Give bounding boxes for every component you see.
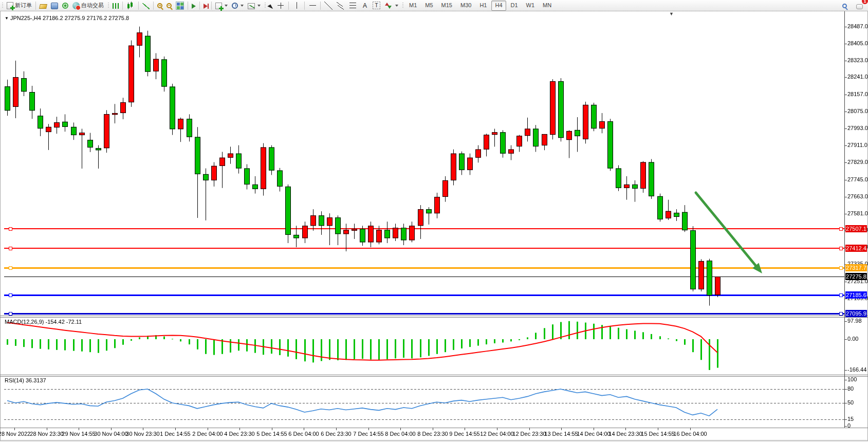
candlestick-chart-icon [126, 2, 135, 10]
fibonacci-icon [349, 2, 357, 10]
periods-button[interactable] [230, 1, 246, 11]
timeframe-m30[interactable]: M30 [457, 1, 475, 11]
toolbar-separator [199, 2, 200, 10]
toolbar-separator [122, 2, 123, 10]
auto-scroll-button[interactable] [190, 1, 198, 11]
toolbar-separator [188, 2, 188, 10]
indicators-button[interactable] [213, 1, 230, 11]
text-tool-button[interactable]: A [359, 1, 371, 11]
chart-shift-icon [204, 4, 208, 9]
cursor-icon [267, 3, 274, 9]
text-icon: A [361, 2, 368, 10]
chart-shift-button[interactable] [201, 1, 210, 11]
toolbar-separator [35, 2, 36, 10]
line-chart-button[interactable] [140, 1, 152, 11]
bar-chart-button[interactable] [110, 1, 121, 11]
toolbar-separator [153, 2, 154, 10]
text-label-icon: T [373, 2, 380, 9]
candlestick-chart-button[interactable] [124, 1, 137, 11]
auto-trading-icon [72, 2, 80, 9]
horizontal-line-icon [308, 2, 317, 10]
chevron-down-icon [241, 5, 244, 7]
toolbar-separator [288, 2, 289, 10]
timeframe-w1[interactable]: W1 [523, 1, 539, 11]
new-order-label: 新订单 [15, 2, 32, 9]
text-label-button[interactable]: T [371, 1, 382, 11]
indicators-icon [215, 3, 222, 9]
equidistant-channel-button[interactable] [335, 1, 347, 11]
chevron-down-icon [257, 5, 261, 7]
vertical-line-icon [292, 2, 301, 10]
toolbar-grip[interactable] [1, 2, 4, 9]
gold-button[interactable] [38, 1, 49, 11]
toolbar-separator [320, 2, 321, 10]
bar-chart-icon [113, 3, 119, 9]
signal-icon [62, 3, 68, 9]
notification-badge: 1 [862, 0, 868, 4]
zoom-in-button[interactable] [155, 1, 164, 11]
templates-icon [248, 3, 255, 9]
terminal-icon [51, 3, 58, 9]
fibonacci-button[interactable] [347, 1, 359, 11]
clock-icon [232, 3, 238, 9]
new-order-button[interactable]: 新订单 [5, 1, 34, 11]
chart-canvas[interactable] [0, 0, 868, 442]
timeframe-d1[interactable]: D1 [507, 1, 522, 11]
timeframe-m1[interactable]: M1 [405, 1, 420, 11]
toolbar-separator [211, 2, 212, 10]
timeframe-m15[interactable]: M15 [438, 1, 456, 11]
search-icon [842, 4, 847, 8]
zoom-out-icon [167, 3, 172, 8]
toolbar-separator [138, 2, 139, 10]
chat-icon [856, 4, 863, 9]
toolbar-grip[interactable] [401, 2, 404, 9]
tile-windows-button[interactable] [174, 1, 186, 11]
auto-trading-button[interactable]: 自动交易 [70, 1, 106, 11]
cursor-button[interactable] [267, 1, 274, 11]
arrow-tools-button[interactable] [382, 1, 400, 11]
terminal-button[interactable] [49, 1, 60, 11]
trend-line-icon [324, 2, 333, 10]
horizontal-line-button[interactable] [306, 1, 319, 11]
chevron-down-icon [225, 5, 228, 7]
auto-trading-label: 自动交易 [81, 2, 104, 9]
main-toolbar: 新订单 自动交易 A T M1 M5 M15 M30 H1 H4 D1 W1 M… [0, 0, 868, 11]
zoom-out-button[interactable] [164, 1, 174, 11]
notifications-button[interactable]: 1 [854, 1, 865, 11]
arrow-tools-icon [384, 2, 393, 10]
vertical-line-button[interactable] [290, 1, 303, 11]
crosshair-button[interactable] [274, 1, 287, 11]
crosshair-icon [276, 2, 285, 10]
timeframe-h4[interactable]: H4 [491, 1, 506, 11]
new-order-icon [7, 2, 13, 9]
line-chart-icon [142, 3, 150, 9]
templates-button[interactable] [246, 1, 263, 11]
toolbar-separator [304, 2, 305, 10]
timeframe-mn[interactable]: MN [539, 1, 555, 11]
gold-icon [39, 4, 47, 9]
zoom-in-icon [157, 3, 162, 8]
timeframe-m5[interactable]: M5 [421, 1, 436, 11]
trend-line-button[interactable] [322, 1, 335, 11]
signal-button[interactable] [60, 1, 70, 11]
equidistant-channel-icon [337, 2, 345, 10]
auto-scroll-icon [192, 4, 196, 9]
tile-windows-icon [176, 2, 184, 10]
search-button[interactable] [840, 1, 849, 11]
timeframe-h1[interactable]: H1 [476, 1, 490, 11]
chevron-down-icon [395, 5, 398, 7]
toolbar-grip[interactable] [107, 2, 109, 9]
toolbar-grip[interactable] [264, 2, 266, 9]
